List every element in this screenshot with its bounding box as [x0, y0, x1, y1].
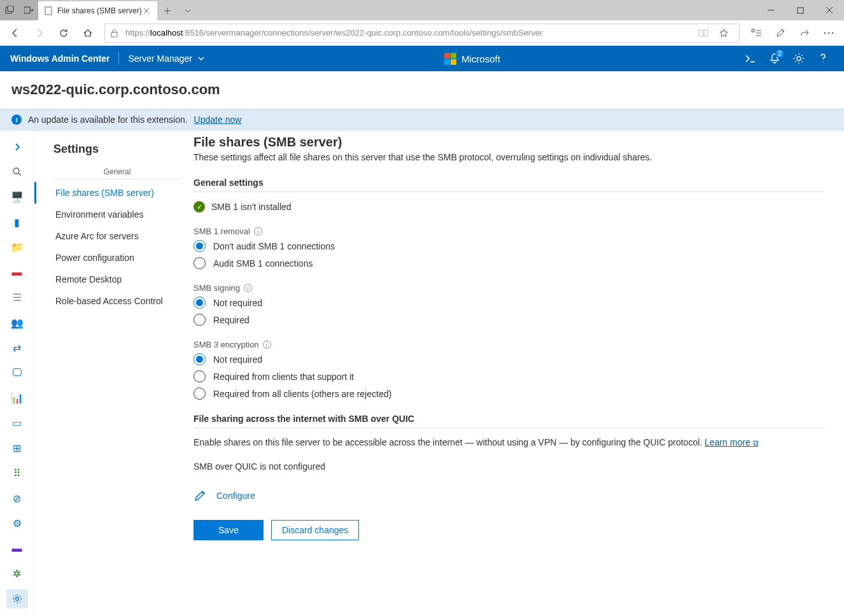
- notice-text: An update is available for this extensio…: [28, 115, 188, 125]
- svg-point-11: [15, 598, 18, 601]
- maximize-button[interactable]: [785, 0, 815, 20]
- smb3-encryption-label: SMB 3 encryption i: [193, 340, 825, 349]
- page-icon: [43, 6, 53, 16]
- card-icon[interactable]: ▭: [6, 414, 28, 432]
- favorites-list-icon[interactable]: [746, 23, 766, 43]
- settings-rail-icon[interactable]: [6, 589, 28, 608]
- security-icon[interactable]: ⊘: [6, 489, 28, 508]
- nav-azure-arc[interactable]: Azure Arc for servers: [34, 225, 193, 247]
- more-icon[interactable]: [819, 23, 839, 43]
- radio-icon: [193, 257, 206, 269]
- nav-remote-desktop[interactable]: Remote Desktop: [34, 269, 193, 290]
- smb-signing-not-required[interactable]: Not required: [193, 297, 825, 309]
- forward-button[interactable]: [29, 23, 50, 43]
- monitor-icon[interactable]: 🖵: [6, 363, 28, 382]
- nav-power[interactable]: Power configuration: [34, 247, 193, 269]
- external-link-icon: ⧉: [753, 438, 759, 447]
- notifications-icon[interactable]: 2: [764, 48, 785, 69]
- minimize-button[interactable]: [756, 0, 785, 20]
- svg-rect-5: [111, 32, 117, 37]
- smb-signing-label: SMB signing i: [193, 283, 825, 293]
- settings-nav: Settings General File shares (SMB server…: [34, 131, 193, 615]
- close-window-button[interactable]: [815, 0, 844, 20]
- notification-badge: 2: [775, 49, 784, 58]
- settings-heading: Settings: [34, 139, 193, 165]
- chevron-down-icon: [197, 55, 205, 62]
- smb1-removal-dont-audit[interactable]: Don't audit SMB 1 connections: [193, 240, 825, 252]
- svg-rect-3: [45, 7, 52, 15]
- apps-icon[interactable]: ⠿: [6, 464, 28, 482]
- info-icon[interactable]: i: [263, 340, 271, 349]
- window-group-2-icon[interactable]: [19, 0, 38, 20]
- services-icon[interactable]: ⚙: [6, 514, 28, 533]
- share-icon[interactable]: [794, 23, 815, 43]
- update-now-link[interactable]: Update now: [194, 115, 242, 125]
- favorite-icon[interactable]: [714, 23, 734, 43]
- tab-title: File shares (SMB server): [57, 6, 142, 15]
- notes-icon[interactable]: [770, 23, 791, 43]
- storage-icon[interactable]: ▬: [6, 540, 28, 558]
- tool-rail: 🖥️ ▮ 📁 ▬ ☰ 👥 ⇄ 🖵 📊 ▭ ⊞ ⠿ ⊘ ⚙ ▬ ✲: [0, 131, 34, 615]
- tab-close-icon[interactable]: [142, 6, 151, 15]
- configure-button[interactable]: Configure: [193, 489, 825, 502]
- powershell-icon[interactable]: [740, 48, 761, 69]
- info-icon[interactable]: i: [254, 227, 262, 235]
- window-group-1-icon[interactable]: [0, 0, 19, 20]
- nav-file-shares[interactable]: File shares (SMB server): [34, 182, 193, 204]
- browser-tab[interactable]: File shares (SMB server): [38, 1, 157, 20]
- search-icon[interactable]: [6, 162, 28, 181]
- azure-icon[interactable]: ▮: [6, 213, 28, 231]
- firewall-icon[interactable]: ▬: [6, 263, 28, 281]
- discard-button[interactable]: Discard changes: [271, 520, 359, 540]
- save-button[interactable]: Save: [193, 520, 264, 540]
- learn-more-link[interactable]: Learn more ⧉: [705, 437, 758, 447]
- radio-selected-icon: [193, 240, 206, 252]
- smb1-removal-audit[interactable]: Audit SMB 1 connections: [193, 257, 825, 269]
- home-button[interactable]: [78, 23, 98, 43]
- quic-heading: File sharing across the internet with SM…: [193, 414, 825, 428]
- perf-icon[interactable]: 📊: [6, 389, 28, 407]
- network-icon[interactable]: ⇄: [6, 339, 28, 357]
- files-icon[interactable]: 📁: [6, 238, 28, 256]
- address-bar[interactable]: https://localhost:6516/servermanager/con…: [104, 24, 740, 43]
- radio-icon: [193, 388, 206, 400]
- users-icon[interactable]: 👥: [6, 313, 28, 332]
- nav-env-vars[interactable]: Environment variables: [34, 204, 193, 225]
- nav-group-label: General: [53, 165, 181, 179]
- overview-icon[interactable]: 🖥️: [6, 188, 28, 206]
- help-icon[interactable]: [812, 48, 834, 69]
- back-button[interactable]: [5, 23, 25, 43]
- main-desc: These settings affect all file shares on…: [193, 152, 825, 162]
- smb-signing-required[interactable]: Required: [193, 314, 825, 326]
- main-title: File shares (SMB server): [193, 135, 825, 150]
- quic-desc: Enable shares on this file server to be …: [193, 437, 825, 447]
- new-tab-button[interactable]: [157, 1, 178, 20]
- svg-rect-1: [8, 6, 13, 11]
- brand-label[interactable]: Windows Admin Center: [10, 53, 109, 64]
- radio-icon: [193, 314, 206, 326]
- tab-dropdown-icon[interactable]: [178, 1, 198, 20]
- svg-rect-2: [24, 7, 30, 13]
- settings-icon[interactable]: [788, 48, 810, 69]
- refresh-button[interactable]: [53, 23, 74, 43]
- info-icon[interactable]: i: [244, 284, 252, 292]
- info-icon: i: [11, 115, 22, 125]
- breadcrumb[interactable]: Server Manager: [128, 53, 204, 64]
- check-icon: ✓: [193, 201, 205, 213]
- page-title: ws2022-quic.corp.contoso.com: [0, 71, 844, 108]
- list-icon[interactable]: ☰: [6, 288, 28, 307]
- updates-icon[interactable]: ✲: [6, 564, 28, 583]
- svg-point-10: [13, 168, 19, 174]
- radio-selected-icon: [193, 297, 206, 309]
- smb3-required-supporting[interactable]: Required from clients that support it: [193, 370, 825, 382]
- smb3-not-required[interactable]: Not required: [193, 353, 825, 365]
- separator: [118, 52, 119, 65]
- reading-view-icon[interactable]: [693, 23, 714, 43]
- registry-icon[interactable]: ⊞: [6, 439, 28, 458]
- smb3-required-all[interactable]: Required from all clients (others are re…: [193, 388, 825, 400]
- microsoft-logo: Microsoft: [444, 53, 500, 65]
- expand-rail-icon[interactable]: [6, 137, 28, 156]
- app-header: Windows Admin Center Server Manager Micr…: [0, 46, 844, 71]
- quic-status: SMB over QUIC is not configured: [193, 461, 825, 472]
- nav-rbac[interactable]: Role-based Access Control: [34, 290, 193, 312]
